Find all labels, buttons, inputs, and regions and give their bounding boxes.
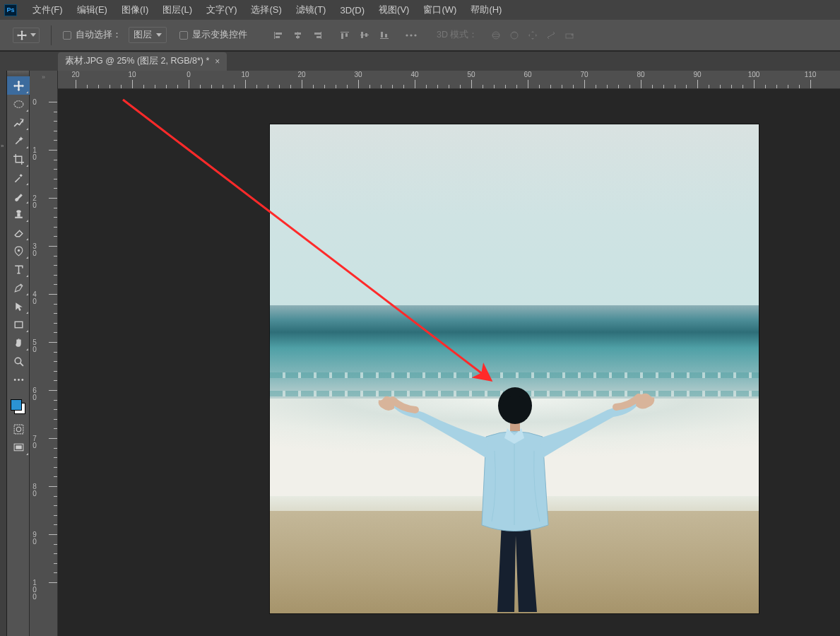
3d-orbit-icon[interactable]	[490, 30, 502, 41]
document-tab-title: 素材.JPG @ 25% (图层 2, RGB/8*) *	[65, 55, 209, 67]
svg-point-35	[21, 379, 23, 381]
svg-point-25	[572, 33, 574, 35]
svg-rect-8	[317, 36, 321, 38]
move-icon	[16, 30, 28, 41]
auto-select-target-dropdown[interactable]: 图层	[129, 27, 167, 43]
magic-wand-tool[interactable]	[7, 131, 30, 150]
document-tab[interactable]: 素材.JPG @ 25% (图层 2, RGB/8*) * ×	[58, 52, 227, 71]
tool-preset-dropdown[interactable]	[13, 28, 40, 43]
auto-select-label: 自动选择：	[76, 29, 122, 41]
show-transform-checkbox[interactable]: 显示变换控件	[179, 29, 247, 41]
svg-point-23	[511, 32, 518, 39]
document-canvas[interactable]	[270, 124, 759, 613]
align-bottom-button[interactable]	[374, 27, 394, 44]
3d-mode-buttons	[490, 30, 575, 41]
menu-type[interactable]: 文字(Y)	[199, 4, 244, 16]
brush-tool[interactable]	[7, 187, 30, 205]
svg-rect-9	[341, 32, 349, 33]
3d-roll-icon[interactable]	[509, 30, 520, 41]
type-tool[interactable]	[7, 260, 30, 278]
menu-bar: Ps 文件(F) 编辑(E) 图像(I) 图层(L) 文字(Y) 选择(S) 滤…	[0, 0, 840, 20]
path-select-tool[interactable]	[7, 297, 30, 315]
menu-view[interactable]: 视图(V)	[372, 4, 416, 16]
auto-select-target-value: 图层	[134, 29, 152, 41]
pen-tool[interactable]	[7, 278, 30, 297]
marquee-tool[interactable]	[7, 95, 30, 113]
svg-rect-15	[380, 38, 389, 39]
gradient-tool[interactable]	[7, 242, 30, 260]
svg-rect-27	[15, 216, 23, 218]
svg-point-33	[13, 379, 16, 381]
align-top-button[interactable]	[335, 27, 355, 44]
svg-rect-5	[296, 36, 300, 38]
canvas-area[interactable]	[58, 89, 840, 636]
svg-point-29	[16, 210, 20, 213]
edit-toolbar-button[interactable]	[7, 370, 30, 389]
menu-3d[interactable]: 3D(D)	[333, 5, 372, 16]
svg-rect-0	[274, 32, 275, 39]
menu-window[interactable]: 窗口(W)	[416, 4, 463, 16]
menu-file[interactable]: 文件(F)	[25, 4, 70, 16]
align-vcenter-button[interactable]	[355, 27, 374, 44]
svg-rect-13	[361, 32, 363, 38]
chevron-down-icon	[156, 33, 162, 37]
svg-point-19	[410, 34, 412, 36]
rectangle-tool[interactable]	[7, 315, 30, 334]
svg-rect-10	[341, 33, 343, 39]
svg-point-21	[492, 32, 499, 39]
svg-rect-4	[295, 33, 301, 35]
auto-select-checkbox[interactable]: 自动选择：	[63, 29, 122, 41]
svg-rect-31	[15, 322, 23, 328]
menu-filter[interactable]: 滤镜(T)	[289, 4, 333, 16]
align-right-button[interactable]	[308, 27, 328, 44]
svg-rect-16	[381, 32, 383, 37]
3d-mode-label: 3D 模式：	[437, 29, 478, 41]
svg-point-26	[14, 100, 23, 107]
menu-layer[interactable]: 图层(L)	[155, 4, 199, 16]
svg-rect-11	[345, 33, 348, 37]
align-hcenter-button[interactable]	[288, 27, 308, 44]
svg-rect-14	[365, 33, 367, 37]
vertical-ruler[interactable]: 01 02 03 04 05 06 07 08 09 01 0 0	[30, 89, 58, 636]
svg-rect-17	[385, 34, 387, 37]
close-icon[interactable]: ×	[215, 57, 220, 66]
eyedropper-tool[interactable]	[7, 168, 30, 187]
main-area: » 20100102030405060708090100110 01 02 03…	[0, 71, 840, 636]
color-swatches[interactable]	[7, 397, 29, 420]
foreground-color-swatch[interactable]	[11, 399, 22, 411]
crop-tool[interactable]	[7, 150, 30, 168]
eraser-tool[interactable]	[7, 223, 30, 242]
align-left-button[interactable]	[268, 27, 288, 44]
chevron-down-icon	[30, 33, 36, 37]
svg-point-20	[414, 34, 416, 36]
menu-select[interactable]: 选择(S)	[244, 4, 288, 16]
svg-point-18	[406, 34, 408, 36]
stamp-tool[interactable]	[7, 205, 30, 223]
svg-rect-28	[17, 213, 20, 216]
horizontal-ruler[interactable]: 20100102030405060708090100110	[58, 71, 840, 89]
svg-point-32	[15, 358, 21, 364]
svg-rect-39	[16, 445, 22, 449]
menu-image[interactable]: 图像(I)	[114, 4, 155, 16]
screen-mode-button[interactable]	[7, 438, 30, 457]
svg-point-37	[16, 427, 20, 431]
document-tab-bar: 素材.JPG @ 25% (图层 2, RGB/8*) * ×	[0, 51, 840, 71]
show-transform-label: 显示变换控件	[192, 29, 247, 41]
menu-edit[interactable]: 编辑(E)	[70, 4, 114, 16]
hand-tool[interactable]	[7, 334, 30, 352]
move-tool[interactable]	[7, 76, 30, 95]
options-bar: 自动选择： 图层 显示变换控件 3D 模式：	[0, 20, 840, 51]
svg-rect-1	[276, 33, 282, 35]
panel-collapse-strip[interactable]	[0, 71, 7, 636]
zoom-tool[interactable]	[7, 352, 30, 370]
quick-mask-button[interactable]	[7, 420, 30, 438]
svg-rect-7	[314, 33, 321, 35]
tool-palette	[7, 71, 30, 636]
distribute-more-button[interactable]	[401, 27, 421, 44]
3d-scale-icon[interactable]	[564, 30, 575, 41]
lasso-tool[interactable]	[7, 113, 30, 131]
3d-pan-icon[interactable]	[527, 30, 538, 41]
artwork-person	[373, 345, 656, 613]
3d-slide-icon[interactable]	[545, 30, 557, 41]
menu-help[interactable]: 帮助(H)	[463, 4, 509, 16]
